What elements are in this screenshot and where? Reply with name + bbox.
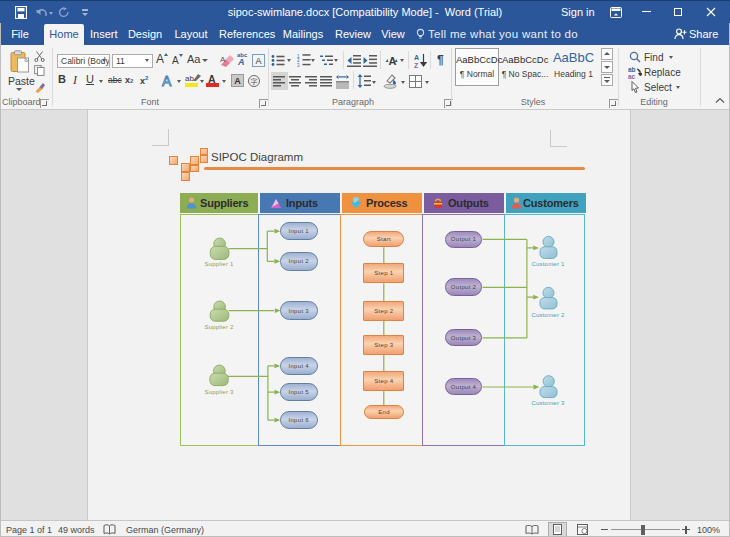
svg-text:A: A (162, 73, 172, 88)
svg-text:A: A (220, 55, 226, 64)
svg-text:Z: Z (414, 62, 419, 69)
svg-text:ab: ab (628, 66, 636, 73)
svg-text:3: 3 (297, 63, 300, 67)
svg-text:ac: ac (628, 73, 636, 79)
svg-text:A: A (389, 55, 397, 67)
svg-text:A: A (414, 54, 419, 61)
